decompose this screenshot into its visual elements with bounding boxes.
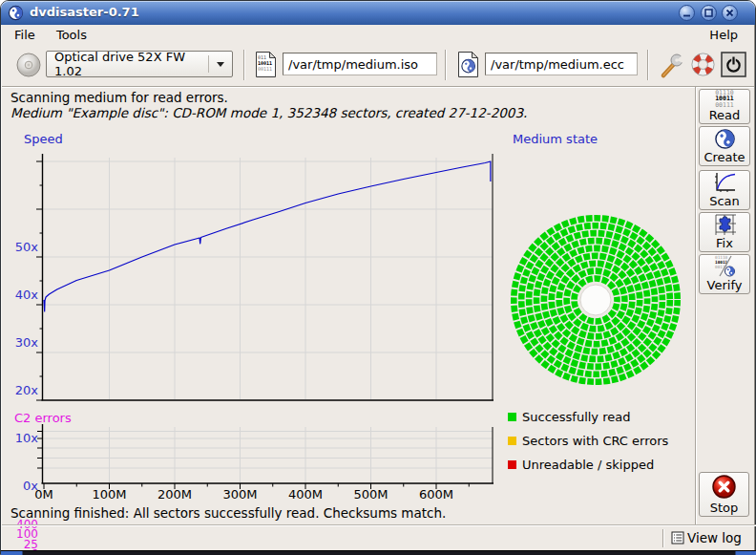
menu-help[interactable]: Help [701, 28, 746, 42]
yinyang-create-icon [714, 127, 736, 150]
x-tick-label: 200M [151, 487, 199, 502]
legend-item: Successfully read [508, 405, 668, 429]
speed-tick-label: 30x [4, 335, 38, 350]
verify-button[interactable]: 01110 10011 00111 Verify [699, 254, 750, 294]
menu-file[interactable]: File [6, 26, 44, 44]
view-log-label: View log [687, 530, 742, 545]
action-sidebar: 011101001100111 Read Create Scan [698, 87, 756, 524]
preferences-wrench-icon[interactable] [659, 51, 685, 79]
read-button[interactable]: 011101001100111 Read [699, 89, 750, 124]
read-button-label: Read [709, 108, 741, 122]
main-pane: Scanning medium for read errors. Medium … [2, 87, 695, 524]
legend-item: Sectors with CRC errors [508, 429, 668, 453]
menu-tools[interactable]: Tools [48, 26, 95, 44]
scan-result-line: Scanning finished: All sectors successfu… [10, 505, 446, 521]
iso-file-icon: 011 10011 00111 [254, 51, 278, 78]
chevron-down-icon [217, 62, 224, 67]
legend-label: Sectors with CRC errors [522, 434, 668, 448]
window-bottom-frame [1, 550, 756, 555]
minimize-button[interactable] [679, 5, 695, 21]
stop-icon [711, 473, 737, 501]
legend-label: Unreadable / skipped [522, 458, 654, 472]
scan-button-label: Scan [709, 194, 740, 208]
legend-swatch [508, 437, 516, 445]
speed-tick-label: 50x [4, 240, 38, 254]
toolbar-separator [243, 50, 245, 80]
statusbar: View log [2, 524, 756, 550]
menubar: File Tools Help [2, 26, 754, 46]
create-button-label: Create [704, 150, 745, 164]
legend-swatch [508, 413, 516, 421]
svg-text:00111: 00111 [258, 66, 272, 72]
x-tick-label: 300M [217, 487, 264, 502]
ecc-file-icon [456, 51, 480, 78]
drive-selector-dropdown[interactable]: Optical drive 52X FW 1.02 [46, 51, 233, 77]
view-log-button[interactable]: View log [671, 527, 742, 548]
toolbar-separator [647, 50, 649, 80]
speed-tick-label: 10x [4, 431, 38, 445]
verify-button-label: Verify [707, 278, 743, 292]
legend-label: Successfully read [522, 410, 630, 424]
app-window: dvdisaster-0.71 File Tools Help Optical … [0, 0, 756, 555]
help-lifebuoy-icon[interactable] [690, 52, 716, 77]
curve-scan-icon [712, 171, 737, 194]
legend-item: Unreadable / skipped [508, 453, 668, 477]
binary-yinyang-verify-icon: 01110 10011 00111 [712, 254, 737, 278]
optical-drive-icon [16, 53, 41, 77]
log-list-icon [671, 531, 684, 544]
x-tick-label: 600M [412, 487, 460, 502]
puzzle-fix-icon [712, 211, 737, 236]
stop-button[interactable]: Stop [699, 472, 749, 517]
window-title: dvdisaster-0.71 [30, 5, 139, 19]
create-button[interactable]: Create [699, 126, 750, 166]
app-yinyang-icon [8, 5, 24, 21]
stop-button-label: Stop [710, 501, 739, 515]
statusbar-separator [662, 529, 664, 547]
fix-button-label: Fix [716, 236, 733, 250]
x-tick-label: 500M [347, 487, 395, 502]
drive-selector-value: Optical drive 52X FW 1.02 [54, 50, 208, 78]
ecc-path-input[interactable] [485, 53, 638, 75]
speed-tick-label: 40x [4, 288, 38, 302]
titlebar[interactable]: dvdisaster-0.71 [1, 1, 755, 25]
medium-state-legend: Successfully readSectors with CRC errors… [508, 405, 668, 477]
x-tick-label: 100M [86, 487, 134, 502]
x-tick-label: 400M [282, 487, 329, 502]
speed-tick-label: 20x [4, 383, 38, 397]
fix-button[interactable]: Fix [699, 212, 750, 252]
binary-read-icon: 011101001100111 [715, 90, 734, 109]
toolbar: Optical drive 52X FW 1.02 011 10011 0011… [2, 46, 754, 87]
quit-power-icon[interactable] [721, 52, 746, 77]
x-tick-label: 0M [20, 487, 68, 502]
iso-path-input[interactable] [283, 53, 437, 75]
maximize-button[interactable] [701, 5, 717, 21]
close-button[interactable] [722, 5, 738, 21]
dropdown-arrow-zone [208, 55, 224, 73]
toolbar-separator [445, 50, 447, 80]
legend-swatch [508, 460, 516, 469]
scan-button[interactable]: Scan [699, 170, 750, 210]
sidebar-separator [695, 87, 697, 524]
